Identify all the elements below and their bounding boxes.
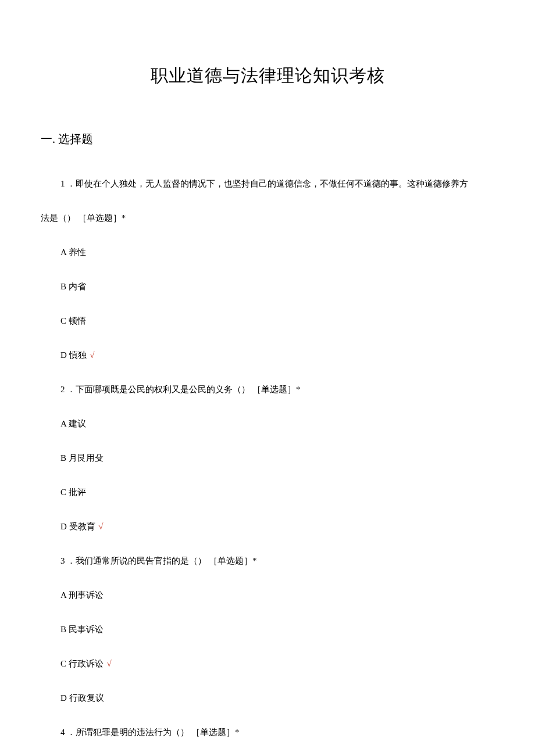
question-1-line1: 1 ．即使在个人独处，无人监督的情况下，也坚持自己的道德信念，不做任何不道德的事…: [41, 176, 494, 192]
q2-option-a: A 建议: [41, 416, 494, 432]
question-3: 3 ．我们通常所说的民告官指的是（） ［单选题］*: [41, 553, 494, 569]
question-2: 2 ．下面哪项既是公民的权利又是公民的义务（） ［单选题］*: [41, 382, 494, 397]
q1-option-d: D 慎独 √: [41, 347, 494, 363]
check-icon: √: [98, 522, 103, 531]
check-icon: √: [90, 350, 94, 360]
q1-option-b: B 内省: [41, 279, 494, 295]
q3-option-b: B 民事诉讼: [41, 622, 494, 637]
q2-option-c: C 批评: [41, 485, 494, 500]
page-title: 职业道德与法律理论知识考核: [41, 64, 494, 88]
q2-option-b: B 月艮用殳: [41, 450, 494, 466]
section-header: 一. 选择题: [41, 131, 494, 147]
question-1-line2: 法是（） ［单选题］*: [41, 210, 494, 226]
q2-option-d: D 受教育 √: [41, 519, 494, 535]
check-icon: √: [107, 659, 112, 668]
question-4: 4 ．所谓犯罪是明的违法行为（） ［单选题］*: [41, 725, 494, 740]
q3-option-d: D 行政复议: [41, 690, 494, 706]
q1-option-d-text: D 慎独: [60, 350, 87, 360]
q1-option-c: C 顿悟: [41, 313, 494, 329]
q1-option-a: A 养性: [41, 245, 494, 260]
q2-option-d-text: D 受教育: [60, 522, 95, 531]
q3-option-c: C 行政诉讼 √: [41, 656, 494, 672]
q3-option-a: A 刑事诉讼: [41, 587, 494, 603]
q3-option-c-text: C 行政诉讼: [60, 659, 104, 668]
